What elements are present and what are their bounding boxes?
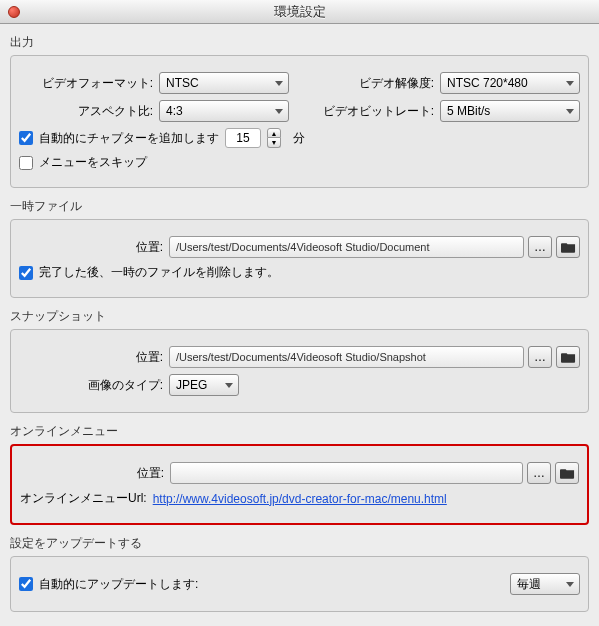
online-section: オンラインメニュー 位置: … オンラインメニューUrl: http://www… [10, 423, 589, 525]
window-title: 環境設定 [26, 3, 573, 21]
folder-icon [561, 351, 576, 363]
auto-update-checkbox[interactable] [19, 577, 33, 591]
video-format-select[interactable]: NTSC [159, 72, 289, 94]
temp-path-field[interactable]: /Users/test/Documents/4Videosoft Studio/… [169, 236, 524, 258]
temp-more-button[interactable]: … [528, 236, 552, 258]
titlebar: 環境設定 [0, 0, 599, 24]
online-legend: オンラインメニュー [10, 423, 589, 440]
chapter-minutes-input[interactable] [225, 128, 261, 148]
online-path-field[interactable] [170, 462, 523, 484]
temp-loc-label: 位置: [19, 239, 169, 256]
delete-temp-label: 完了した後、一時のファイルを削除します。 [39, 264, 279, 281]
ellipsis-icon: … [534, 240, 546, 254]
output-legend: 出力 [10, 34, 589, 51]
online-loc-label: 位置: [20, 465, 170, 482]
folder-icon [560, 467, 575, 479]
aspect-select[interactable]: 4:3 [159, 100, 289, 122]
stepper-down-icon[interactable]: ▼ [267, 138, 281, 148]
online-browse-button[interactable] [555, 462, 579, 484]
update-freq-select[interactable]: 毎週 [510, 573, 580, 595]
online-more-button[interactable]: … [527, 462, 551, 484]
online-url-label: オンラインメニューUrl: [20, 490, 147, 507]
snapshot-loc-label: 位置: [19, 349, 169, 366]
temp-legend: 一時ファイル [10, 198, 589, 215]
snapshot-browse-button[interactable] [556, 346, 580, 368]
ellipsis-icon: … [534, 350, 546, 364]
skip-menu-label: メニューをスキップ [39, 154, 147, 171]
img-type-select[interactable]: JPEG [169, 374, 239, 396]
folder-icon [561, 241, 576, 253]
auto-update-label: 自動的にアップデートします: [39, 576, 198, 593]
video-res-select[interactable]: NTSC 720*480 [440, 72, 580, 94]
close-icon[interactable] [8, 6, 20, 18]
snapshot-more-button[interactable]: … [528, 346, 552, 368]
temp-section: 一時ファイル 位置: /Users/test/Documents/4Videos… [10, 198, 589, 298]
bitrate-select[interactable]: 5 MBit/s [440, 100, 580, 122]
aspect-label: アスペクト比: [19, 103, 159, 120]
ellipsis-icon: … [533, 466, 545, 480]
video-res-label: ビデオ解像度: [359, 75, 440, 92]
snapshot-path-field[interactable]: /Users/test/Documents/4Videosoft Studio/… [169, 346, 524, 368]
delete-temp-checkbox[interactable] [19, 266, 33, 280]
auto-chapter-checkbox[interactable] [19, 131, 33, 145]
online-url-link[interactable]: http://www.4videosoft.jp/dvd-creator-for… [153, 492, 447, 506]
video-format-label: ビデオフォーマット: [19, 75, 159, 92]
update-legend: 設定をアップデートする [10, 535, 589, 552]
auto-chapter-label: 自動的にチャプターを追加します [39, 130, 219, 147]
update-section: 設定をアップデートする 自動的にアップデートします: 毎週 [10, 535, 589, 612]
snapshot-legend: スナップショット [10, 308, 589, 325]
temp-browse-button[interactable] [556, 236, 580, 258]
img-type-label: 画像のタイプ: [19, 377, 169, 394]
stepper-up-icon[interactable]: ▲ [267, 128, 281, 138]
snapshot-section: スナップショット 位置: /Users/test/Documents/4Vide… [10, 308, 589, 413]
output-section: 出力 ビデオフォーマット: NTSC ビデオ解像度: NTSC 720*480 … [10, 34, 589, 188]
skip-menu-checkbox[interactable] [19, 156, 33, 170]
bitrate-label: ビデオビットレート: [323, 103, 440, 120]
chapter-unit: 分 [293, 130, 305, 147]
